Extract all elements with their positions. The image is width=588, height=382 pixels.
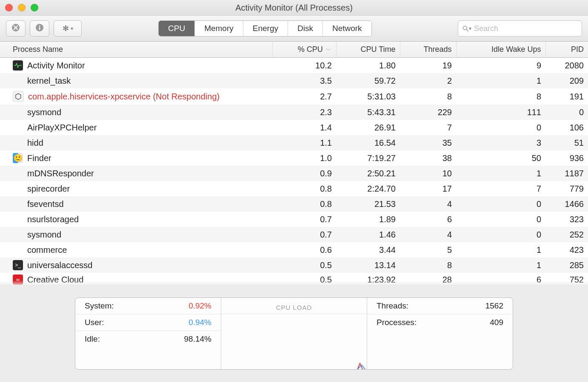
cpu-time: 13.14	[336, 257, 400, 273]
pid: 285	[545, 257, 588, 273]
pid: 0	[545, 105, 588, 120]
process-name: Activity Monitor	[27, 61, 85, 71]
col-process-name[interactable]: Process Name	[0, 42, 272, 58]
tab-disk[interactable]: Disk	[288, 21, 323, 36]
cpu-time: 1.80	[336, 58, 400, 74]
threads: 10	[400, 166, 456, 181]
inspect-process-button[interactable]	[30, 20, 49, 37]
cpu-percent: 3.5	[272, 73, 336, 88]
idle-wake-ups: 7	[456, 181, 545, 196]
table-row[interactable]: fseventsd0.821.53401466	[0, 196, 588, 212]
toolbar: ✻ ▾ CPU Memory Energy Disk Network ▾	[0, 16, 588, 42]
col-idle-wake-ups[interactable]: Idle Wake Ups	[456, 42, 545, 58]
cpu-time: 16.54	[336, 135, 400, 150]
cpu-load-chart	[221, 314, 367, 369]
options-menu-button[interactable]: ✻ ▾	[54, 20, 82, 37]
cpu-percent: 0.8	[272, 196, 336, 212]
table-row[interactable]: sysmond2.35:43.312291110	[0, 105, 588, 120]
process-name: Finder	[27, 153, 51, 163]
svg-point-2	[39, 25, 40, 26]
idle-value: 98.14%	[184, 334, 211, 344]
sort-descending-icon: ﹀	[325, 47, 332, 53]
threads: 7	[400, 120, 456, 135]
cpu-load-panel: CPU LOAD	[221, 298, 367, 369]
search-input[interactable]	[473, 24, 577, 34]
threads: 2	[400, 73, 456, 88]
titlebar: Activity Monitor (All Processes)	[0, 0, 588, 16]
user-label: User:	[85, 318, 104, 327]
pid: 106	[545, 120, 588, 135]
threads: 8	[400, 257, 456, 273]
process-name: kernel_task	[27, 76, 71, 86]
cpu-load-title: CPU LOAD	[221, 298, 367, 314]
zoom-window-button[interactable]	[31, 4, 38, 11]
summary-panels: System: 0.92% User: 0.94% Idle: 98.14% C…	[75, 297, 513, 370]
close-window-button[interactable]	[5, 4, 13, 11]
pid: 1466	[545, 196, 588, 212]
threads: 5	[400, 242, 456, 257]
table-row[interactable]: kernel_task3.559.7221209	[0, 73, 588, 88]
info-icon	[35, 23, 44, 34]
table-row[interactable]: ∞Creative Cloud0.51:23.92286752	[0, 273, 588, 285]
system-label: System:	[85, 301, 114, 311]
cpu-percent: 0.7	[272, 212, 336, 227]
table-row[interactable]: nsurlstoraged0.71.8960323	[0, 212, 588, 227]
idle-wake-ups: 0	[456, 212, 545, 227]
pid: 1187	[545, 166, 588, 181]
cpu-percent: 2.7	[272, 88, 336, 105]
process-name: nsurlstoraged	[27, 215, 79, 224]
table-row[interactable]: hidd1.116.5435351	[0, 135, 588, 150]
user-value: 0.94%	[188, 318, 211, 327]
idle-wake-ups: 3	[456, 135, 545, 150]
minimize-window-button[interactable]	[18, 4, 26, 11]
search-icon: ▾	[462, 25, 471, 31]
table-row[interactable]: AirPlayXPCHelper1.426.9170106	[0, 120, 588, 135]
idle-wake-ups: 50	[456, 150, 545, 166]
threads: 4	[400, 196, 456, 212]
tab-cpu[interactable]: CPU	[159, 21, 195, 36]
cpu-time: 7:19.27	[336, 150, 400, 166]
process-name: commerce	[27, 245, 67, 255]
process-name: AirPlayXPCHelper	[27, 123, 97, 133]
col-threads[interactable]: Threads	[400, 42, 456, 58]
idle-wake-ups: 0	[456, 120, 545, 135]
table-row[interactable]: sysmond0.71.4640252	[0, 227, 588, 242]
col-pid[interactable]: PID	[545, 42, 588, 58]
tab-network[interactable]: Network	[323, 21, 371, 36]
table-row[interactable]: Activity Monitor10.21.801992080	[0, 58, 588, 74]
cpu-percent: 1.4	[272, 120, 336, 135]
table-row[interactable]: commerce0.63.4451423	[0, 242, 588, 257]
cpu-time: 5:31.03	[336, 88, 400, 105]
threads: 4	[400, 227, 456, 242]
process-name: hidd	[27, 138, 43, 148]
processes-value: 409	[490, 318, 503, 327]
cpu-percent: 0.6	[272, 242, 336, 257]
cpu-percent: 0.5	[272, 257, 336, 273]
threads: 6	[400, 212, 456, 227]
idle-wake-ups: 1	[456, 242, 545, 257]
view-tabs: CPU Memory Energy Disk Network	[158, 20, 372, 37]
idle-wake-ups: 111	[456, 105, 545, 120]
col-cpu[interactable]: % CPU ﹀	[272, 42, 336, 58]
tab-memory[interactable]: Memory	[195, 21, 243, 36]
table-row[interactable]: spirecorder0.82:24.70177779	[0, 181, 588, 196]
search-field[interactable]: ▾	[458, 20, 582, 37]
svg-line-5	[466, 29, 468, 31]
col-cpu-time[interactable]: CPU Time	[336, 42, 400, 58]
cpu-percent: 1.0	[272, 150, 336, 166]
table-row[interactable]: ⬡com.apple.hiservices-xpcservice (Not Re…	[0, 88, 588, 105]
cpu-percent: 0.9	[272, 166, 336, 181]
pid: 51	[545, 135, 588, 150]
window-title: Activity Monitor (All Processes)	[235, 3, 353, 13]
table-row[interactable]: 🙂Finder1.07:19.273850936	[0, 150, 588, 166]
process-name: mDNSResponder	[27, 169, 94, 178]
idle-wake-ups: 6	[456, 273, 545, 285]
process-name: sysmond	[27, 230, 61, 240]
cpu-percent: 10.2	[272, 58, 336, 74]
table-row[interactable]: mDNSResponder0.92:50.211011187	[0, 166, 588, 181]
stop-process-button[interactable]	[6, 20, 26, 37]
tab-energy[interactable]: Energy	[243, 21, 288, 36]
table-row[interactable]: >_universalaccessd0.513.1481285	[0, 257, 588, 273]
cpu-percent: 1.1	[272, 135, 336, 150]
cpu-percent: 0.8	[272, 181, 336, 196]
